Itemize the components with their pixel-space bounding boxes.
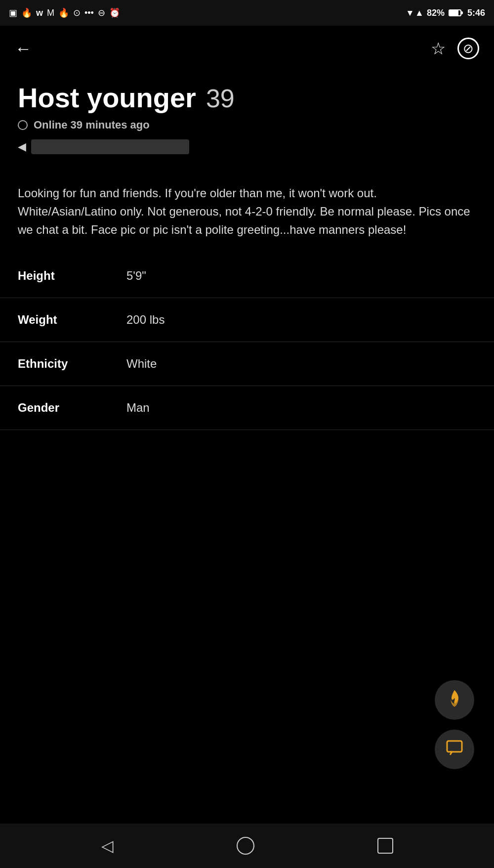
- profile-name: Host younger: [18, 84, 196, 112]
- favorite-button[interactable]: ☆: [431, 40, 446, 57]
- nav-actions: ☆ ⊘: [431, 38, 479, 59]
- back-nav-button[interactable]: ◁: [101, 836, 114, 855]
- location-icon: ◀: [18, 140, 26, 153]
- field-value-gender: Man: [126, 401, 150, 415]
- field-label-gender: Gender: [18, 401, 126, 415]
- battery-percent: 82%: [427, 8, 445, 18]
- profile-section: Host younger 39 Online 39 minutes ago ◀: [0, 69, 494, 169]
- field-row-gender: Gender Man: [0, 386, 494, 430]
- profile-age: 39: [206, 86, 235, 111]
- check-icon: ⊙: [73, 7, 81, 18]
- clock-icon: ⏰: [109, 7, 120, 18]
- email-icon: M: [47, 8, 54, 18]
- field-value-height: 5'9": [126, 269, 146, 283]
- field-row-height: Height 5'9": [0, 254, 494, 298]
- location-bar: [31, 139, 189, 154]
- fire-icon: 🔥: [21, 7, 32, 18]
- nav-bar: ← ☆ ⊘: [0, 26, 494, 69]
- battery-icon: [449, 9, 461, 16]
- back-button[interactable]: ←: [15, 40, 32, 57]
- minus-icon: ⊖: [98, 7, 105, 18]
- field-row-ethnicity: Ethnicity White: [0, 342, 494, 386]
- w-icon: w: [36, 8, 43, 18]
- block-button[interactable]: ⊘: [457, 38, 479, 59]
- bio-section: Looking for fun and friends. If you're o…: [0, 169, 494, 249]
- status-icons-left: ▣ 🔥 w M 🔥 ⊙ ••• ⊖ ⏰: [9, 7, 120, 18]
- flame-fab-icon: [445, 688, 464, 712]
- wifi-icon: ▾: [408, 7, 412, 18]
- flame-fab[interactable]: [435, 680, 474, 720]
- chat-fab-icon: [445, 738, 464, 761]
- status-bar: ▣ 🔥 w M 🔥 ⊙ ••• ⊖ ⏰ ▾ ▲ 82% 5:46: [0, 0, 494, 26]
- fab-container: [435, 680, 474, 769]
- field-value-weight: 200 lbs: [126, 313, 165, 327]
- tinder-icon: 🔥: [58, 7, 69, 18]
- bio-text: Looking for fun and friends. If you're o…: [18, 184, 476, 239]
- block-icon: ⊘: [463, 41, 474, 56]
- online-text: Online 39 minutes ago: [34, 119, 150, 131]
- signal-icon: ▲: [415, 8, 424, 18]
- phone-icon: ▣: [9, 7, 17, 18]
- time-display: 5:46: [467, 8, 485, 18]
- field-label-weight: Weight: [18, 313, 126, 327]
- fields-section: Height 5'9" Weight 200 lbs Ethnicity Whi…: [0, 249, 494, 435]
- online-indicator: [18, 120, 28, 130]
- bottom-nav-bar: ◁: [0, 824, 494, 868]
- chat-fab[interactable]: [435, 730, 474, 769]
- field-label-ethnicity: Ethnicity: [18, 357, 126, 371]
- status-icons-right: ▾ ▲ 82% 5:46: [408, 7, 485, 18]
- field-value-ethnicity: White: [126, 357, 157, 371]
- profile-name-row: Host younger 39: [18, 84, 476, 112]
- online-status: Online 39 minutes ago: [18, 119, 476, 131]
- location-row: ◀: [18, 139, 476, 154]
- dots-icon: •••: [84, 8, 94, 18]
- recent-nav-button[interactable]: [377, 838, 393, 854]
- svg-rect-0: [447, 741, 462, 752]
- home-nav-button[interactable]: [237, 837, 254, 855]
- field-label-height: Height: [18, 269, 126, 283]
- field-row-weight: Weight 200 lbs: [0, 298, 494, 342]
